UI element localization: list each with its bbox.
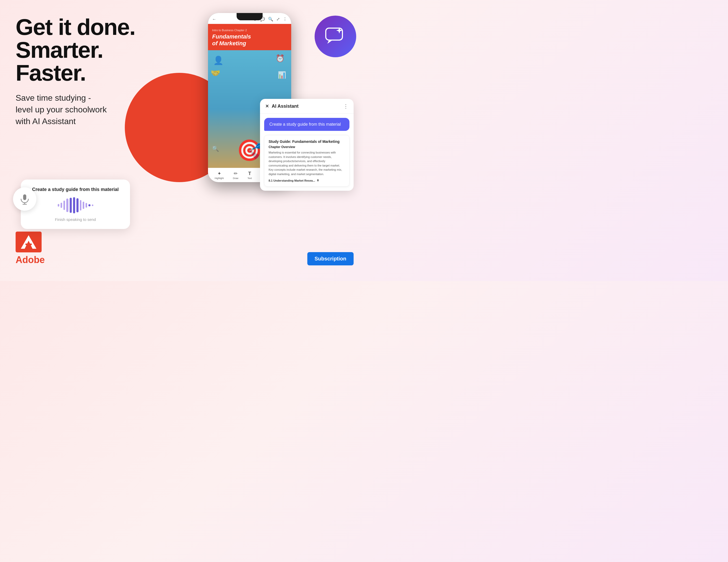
target-icon: 🎯: [237, 138, 263, 163]
highlight-label: Highlight: [215, 177, 224, 179]
chart-icon: 📊: [278, 71, 286, 79]
mic-icon: [19, 193, 30, 205]
phone-notch: [237, 13, 263, 20]
ai-panel-title: AI Assistant: [272, 103, 298, 109]
ai-panel-header: ✕ AI Assistant ⋮: [260, 99, 354, 114]
text-tool[interactable]: T Text: [248, 171, 252, 179]
draw-tool[interactable]: ✏ Draw: [233, 171, 238, 179]
search-small-icon: 🔍: [212, 145, 219, 152]
share-icon[interactable]: ⤢: [276, 17, 280, 22]
download-icon: ⬇: [317, 179, 319, 182]
adobe-logo-icon: [16, 231, 42, 252]
businessman-icon: 👤: [213, 55, 224, 65]
text-icon: T: [248, 171, 251, 176]
svg-marker-7: [327, 40, 333, 44]
ai-response-link-text: 8.1 Understanding Market Resea...: [269, 179, 315, 182]
main-headline: Get it done. Smarter. Faster.: [16, 16, 166, 84]
ai-chat-bubble: Create a study guide from this material: [264, 118, 349, 131]
ai-chat-sparkle-icon: [324, 26, 347, 47]
text-label: Text: [248, 177, 252, 179]
book-title: Fundamentals of Marketing: [212, 33, 287, 47]
highlight-tool[interactable]: ✦ Highlight: [215, 171, 224, 179]
svg-rect-2: [25, 243, 32, 245]
handshake-icon: 🤝: [211, 68, 220, 77]
clock-icon: ⏰: [276, 54, 285, 63]
waveform: [29, 197, 122, 213]
ai-more-icon[interactable]: ⋮: [343, 103, 348, 109]
mic-button[interactable]: [13, 187, 36, 211]
back-icon[interactable]: ←: [212, 17, 216, 22]
subscription-button[interactable]: Subscription: [307, 252, 354, 265]
draw-label: Draw: [233, 177, 238, 179]
search-icon[interactable]: 🔍: [268, 17, 273, 22]
voice-card-title: Create a study guide from this material: [29, 187, 122, 192]
book-cover: Intro to Business Chapter 2 Fundamentals…: [208, 24, 291, 50]
headline-line2: Smarter. Faster.: [16, 37, 103, 86]
ai-panel: ✕ AI Assistant ⋮ Create a study guide fr…: [260, 99, 354, 191]
highlight-icon: ✦: [217, 171, 221, 176]
headline-line1: Get it done.: [16, 14, 135, 40]
ai-response-link[interactable]: 8.1 Understanding Market Resea... ⬇: [269, 179, 345, 182]
more-icon[interactable]: ⋮: [283, 17, 287, 22]
adobe-label: Adobe: [16, 254, 45, 265]
left-content: Get it done. Smarter. Faster. Save time …: [16, 16, 166, 142]
svg-rect-0: [16, 231, 42, 252]
subtitle-text: Save time studying - level up your schoo…: [16, 92, 166, 127]
ai-panel-controls: ⋮: [343, 103, 348, 109]
svg-rect-3: [23, 194, 26, 200]
book-subtitle: Intro to Business Chapter 2: [212, 29, 287, 32]
draw-icon: ✏: [234, 171, 238, 176]
ai-response-title: Study Guide: Fundamentals of Marketing: [269, 139, 345, 144]
close-icon[interactable]: ✕: [265, 103, 269, 109]
ai-chat-text: Create a study guide from this material: [269, 122, 341, 126]
ai-response-section: Chapter Overview: [269, 145, 345, 149]
ai-response-body: Marketing is essential for connecting bu…: [269, 150, 345, 176]
voice-hint: Finish speaking to send: [29, 217, 122, 222]
adobe-logo: Adobe: [16, 231, 45, 265]
subscription-label: Subscription: [315, 256, 346, 261]
voice-card: Create a study guide from this material …: [21, 179, 130, 229]
ai-response-card: Study Guide: Fundamentals of Marketing C…: [264, 135, 349, 186]
ai-badge-circle: [315, 16, 356, 57]
